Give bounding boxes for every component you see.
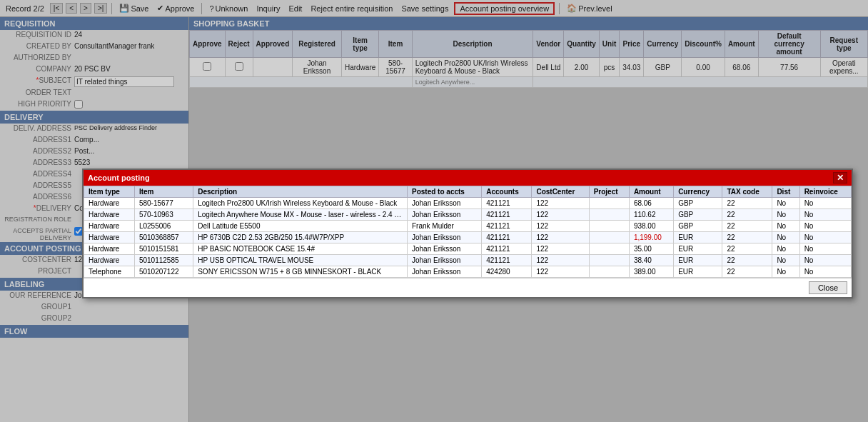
modal-item-type: Hardware <box>84 209 135 221</box>
modal-table-row: Hardware 5010368857 HP 6730B C2D 2.53 2G… <box>84 232 852 243</box>
modal-project <box>589 198 629 209</box>
modal-posted: Johan Eriksson <box>407 266 481 278</box>
modal-dist: No <box>772 232 799 243</box>
modal-currency: EUR <box>674 255 722 266</box>
modal-tax: 22 <box>722 243 772 255</box>
modal-amount: 68.06 <box>629 198 673 209</box>
modal-col-description: Description <box>193 186 408 198</box>
modal-dist: No <box>772 243 799 255</box>
modal-project <box>589 255 629 266</box>
modal-accounts: 421121 <box>482 255 532 266</box>
modal-reinvoice: No <box>799 243 851 255</box>
modal-close-footer-button[interactable]: Close <box>809 281 847 294</box>
modal-title-bar: Account posting ✕ <box>84 170 852 186</box>
modal-dist: No <box>772 221 799 232</box>
modal-dist: No <box>772 198 799 209</box>
modal-currency: GBP <box>674 198 722 209</box>
modal-item-type: Hardware <box>84 232 135 243</box>
modal-tax: 22 <box>722 221 772 232</box>
modal-currency: EUR <box>674 243 722 255</box>
modal-accounts: 424280 <box>482 266 532 278</box>
modal-reinvoice: No <box>799 209 851 221</box>
modal-costcenter: 122 <box>532 198 589 209</box>
modal-project <box>589 221 629 232</box>
modal-col-amount: Amount <box>629 186 673 198</box>
modal-description: HP BASIC NOTEBOOK CASE 15.4# <box>193 243 408 255</box>
modal-posted: Johan Eriksson <box>407 243 481 255</box>
modal-posted: Johan Eriksson <box>407 232 481 243</box>
modal-item: 580-15677 <box>134 198 193 209</box>
modal-amount: 38.40 <box>629 255 673 266</box>
modal-accounts: 421121 <box>482 209 532 221</box>
modal-project <box>589 232 629 243</box>
modal-costcenter: 122 <box>532 266 589 278</box>
modal-currency: GBP <box>674 221 722 232</box>
modal-item-type: Telephone <box>84 266 135 278</box>
modal-col-dist: Dist <box>772 186 799 198</box>
modal-dist: No <box>772 255 799 266</box>
modal-reinvoice: No <box>799 232 851 243</box>
modal-reinvoice: No <box>799 255 851 266</box>
modal-table-container[interactable]: Item type Item Description Posted to acc… <box>84 186 852 278</box>
modal-col-project: Project <box>589 186 629 198</box>
modal-description: SONY ERICSSON W715 + 8 GB MINNESKORT - B… <box>193 266 408 278</box>
modal-amount: 35.00 <box>629 243 673 255</box>
modal-accounts: 421121 <box>482 198 532 209</box>
modal-tax: 22 <box>722 209 772 221</box>
modal-posted: Johan Eriksson <box>407 255 481 266</box>
modal-tax: 22 <box>722 232 772 243</box>
modal-currency: EUR <box>674 266 722 278</box>
modal-table-row: Hardware L0255006 Dell Latitude E5500 Fr… <box>84 221 852 232</box>
modal-accounts: 421121 <box>482 221 532 232</box>
modal-description: Dell Latitude E5500 <box>193 221 408 232</box>
modal-item: L0255006 <box>134 221 193 232</box>
modal-close-button[interactable]: ✕ <box>833 172 847 184</box>
modal-costcenter: 122 <box>532 232 589 243</box>
modal-col-costcenter: CostCenter <box>532 186 589 198</box>
modal-table: Item type Item Description Posted to acc… <box>84 186 852 278</box>
modal-amount: 110.62 <box>629 209 673 221</box>
modal-item-type: Hardware <box>84 198 135 209</box>
modal-item: 5010368857 <box>134 232 193 243</box>
modal-accounts: 421121 <box>482 243 532 255</box>
modal-table-row: Telephone 5010207122 SONY ERICSSON W715 … <box>84 266 852 278</box>
modal-currency: GBP <box>674 209 722 221</box>
modal-costcenter: 122 <box>532 221 589 232</box>
modal-item-type: Hardware <box>84 221 135 232</box>
modal-table-row: Hardware 570-10963 Logitech Anywhere Mou… <box>84 209 852 221</box>
modal-posted: Johan Eriksson <box>407 198 481 209</box>
modal-item: 5010207122 <box>134 266 193 278</box>
modal-reinvoice: No <box>799 221 851 232</box>
modal-tax: 22 <box>722 255 772 266</box>
modal-col-accounts: Accounts <box>482 186 532 198</box>
modal-col-item: Item <box>134 186 193 198</box>
account-posting-modal: Account posting ✕ Item type Item Descrip… <box>82 169 853 298</box>
modal-item: 570-10963 <box>134 209 193 221</box>
modal-title: Account posting <box>88 174 150 182</box>
modal-footer: Close <box>84 278 852 297</box>
modal-amount: 1,199.00 <box>629 232 673 243</box>
modal-col-item-type: Item type <box>84 186 135 198</box>
modal-reinvoice: No <box>799 266 851 278</box>
modal-project <box>589 209 629 221</box>
modal-reinvoice: No <box>799 198 851 209</box>
modal-costcenter: 122 <box>532 209 589 221</box>
modal-description: HP 6730B C2D 2.53 2GB/250 15.4#W7P/XPP <box>193 232 408 243</box>
modal-col-posted: Posted to accts <box>407 186 481 198</box>
modal-accounts: 421121 <box>482 232 532 243</box>
modal-table-row: Hardware 580-15677 Logitech Pro2800 UK/I… <box>84 198 852 209</box>
modal-table-row: Hardware 5010112585 HP USB OPTICAL TRAVE… <box>84 255 852 266</box>
modal-currency: EUR <box>674 232 722 243</box>
modal-project <box>589 243 629 255</box>
modal-item-type: Hardware <box>84 243 135 255</box>
modal-description: HP USB OPTICAL TRAVEL MOUSE <box>193 255 408 266</box>
modal-col-currency: Currency <box>674 186 722 198</box>
modal-amount: 938.00 <box>629 221 673 232</box>
modal-posted: Frank Mulder <box>407 221 481 232</box>
modal-col-tax: TAX code <box>722 186 772 198</box>
modal-overlay: Account posting ✕ Item type Item Descrip… <box>0 0 868 422</box>
modal-dist: No <box>772 209 799 221</box>
modal-costcenter: 122 <box>532 243 589 255</box>
modal-item-type: Hardware <box>84 255 135 266</box>
modal-item: 5010151581 <box>134 243 193 255</box>
